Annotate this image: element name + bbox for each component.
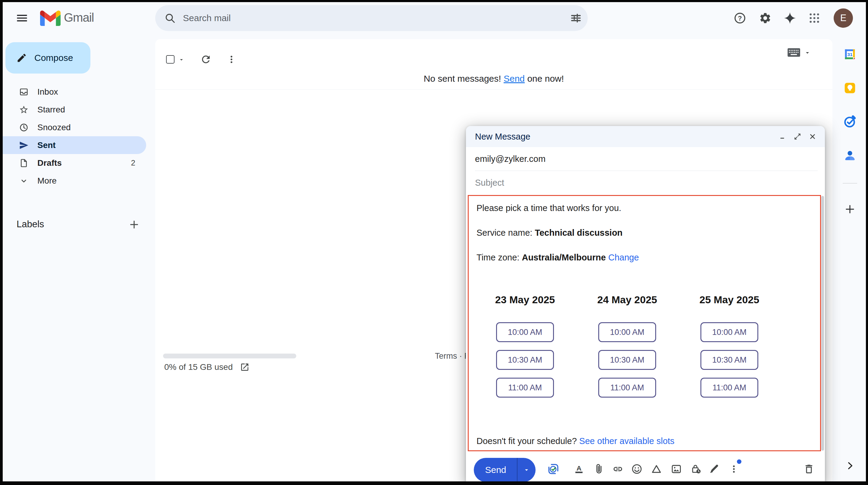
date-header: 24 May 2025 [591,294,663,308]
service-label: Service name: [476,228,535,238]
compose-title: New Message [475,132,530,142]
sidebar-item-more[interactable]: More [0,172,146,190]
search-input[interactable] [183,13,569,23]
date-header: 23 May 2025 [489,294,561,308]
draft-file-icon [19,158,29,168]
time-slot-button[interactable]: 10:00 AM [598,322,656,342]
trash-icon [803,463,815,475]
plus-icon [844,203,856,215]
compose-label: Compose [34,53,73,63]
insert-photo-button[interactable] [668,461,685,478]
subject-row[interactable] [475,171,818,194]
sidebar-item-drafts[interactable]: Drafts 2 [0,154,146,172]
sidebar-item-inbox[interactable]: Inbox [0,83,146,101]
compose-header[interactable]: New Message [466,126,825,147]
gmail-logo[interactable] [40,10,61,26]
settings-button[interactable] [755,8,775,28]
compose-button[interactable]: Compose [5,42,90,73]
search-filters-tune-icon[interactable] [569,12,582,24]
hamburger-menu-button[interactable] [13,10,30,27]
time-slot-button[interactable]: 10:00 AM [701,322,758,342]
time-slot-button[interactable]: 10:00 AM [496,322,554,342]
sidebar-item-sent[interactable]: Sent [0,136,146,154]
time-slot-button[interactable]: 11:00 AM [701,378,758,398]
booking-scheduler-icon [547,463,560,475]
insert-from-drive-button[interactable] [648,461,665,478]
more-options-button[interactable] [223,51,240,68]
date-header: 25 May 2025 [693,294,766,308]
open-in-new-icon[interactable] [240,362,250,372]
gemini-button[interactable] [780,8,800,28]
body-scrollbar[interactable] [821,196,824,451]
confidential-mode-button[interactable] [688,461,705,478]
keep-panel-button[interactable] [840,79,860,98]
caret-down-icon [178,56,185,63]
formatting-options-button[interactable]: A [570,461,587,478]
sidebar-item-label: Sent [37,141,56,150]
search-icon [164,12,176,24]
time-slot-button[interactable]: 11:00 AM [598,378,656,398]
service-line: Service name: Technical discussion [476,227,623,238]
open-in-full-icon [794,133,801,141]
caret-down-icon [523,466,530,474]
help-button[interactable]: ? [730,8,749,28]
insert-emoji-button[interactable] [628,461,645,478]
see-other-slots-link[interactable]: See other available slots [579,436,675,446]
select-dropdown-caret[interactable] [177,55,186,64]
send-label: Send [474,458,518,482]
send-options-caret[interactable] [518,458,535,482]
time-slot-button[interactable]: 10:30 AM [701,350,758,370]
close-button[interactable] [806,130,819,143]
lock-clock-icon [690,463,702,475]
avatar-letter: E [840,13,846,24]
input-tools-button[interactable] [787,48,811,58]
folder-nav: Inbox Starred Snoozed Sent Drafts 2 More [0,83,146,190]
intro-line: Please pick a time that works for you. [476,203,621,213]
sparkle-icon [784,12,796,24]
insert-link-button[interactable] [610,461,626,478]
apps-grid-icon [808,12,821,24]
contacts-icon [843,149,857,162]
hide-side-panel-button[interactable] [840,456,860,475]
timezone-change-link[interactable]: Change [608,252,639,262]
send-now-link[interactable]: Send [504,73,525,84]
popout-button[interactable] [791,130,804,143]
pencil-icon [16,53,27,63]
refresh-button[interactable] [197,51,214,68]
contacts-panel-button[interactable] [840,146,860,165]
empty-state-prefix: No sent messages! [424,73,504,84]
insert-signature-button[interactable] [706,461,722,478]
account-avatar[interactable]: E [834,8,853,28]
link-icon [612,463,624,475]
tasks-panel-button[interactable] [840,112,860,131]
notification-dot [737,459,741,464]
svg-text:?: ? [738,14,742,22]
search-bar[interactable] [155,5,588,31]
select-all-checkbox[interactable] [166,55,175,64]
create-label-button[interactable] [127,217,141,232]
message-body[interactable]: Please pick a time that works for you. S… [468,195,821,451]
calendar-panel-button[interactable]: 31 [840,44,860,64]
subject-input[interactable] [475,178,818,188]
get-addons-button[interactable] [840,200,860,219]
google-apps-button[interactable] [805,8,824,28]
reschedule-prefix: Doesn't fit your schedule? [476,436,579,446]
labels-header: Labels [17,219,44,230]
send-button[interactable]: Send [474,458,535,482]
minimize-button[interactable] [776,130,789,143]
rail-divider [843,183,857,184]
booking-scheduler-button[interactable] [545,461,562,478]
time-slot-button[interactable]: 10:30 AM [598,350,656,370]
more-vert-icon [729,464,739,474]
time-slot-button[interactable]: 10:30 AM [496,350,554,370]
emoji-icon [631,463,643,475]
drive-icon [651,463,662,475]
paperclip-icon [593,463,604,475]
discard-draft-button[interactable] [801,461,817,478]
attach-files-button[interactable] [590,461,607,478]
sidebar-item-snoozed[interactable]: Snoozed [0,118,146,136]
terms-link[interactable]: Terms · P [435,352,470,361]
sidebar-item-starred[interactable]: Starred [0,101,146,118]
recipient-field[interactable]: emily@zylker.com [475,147,818,171]
time-slot-button[interactable]: 11:00 AM [496,378,554,398]
